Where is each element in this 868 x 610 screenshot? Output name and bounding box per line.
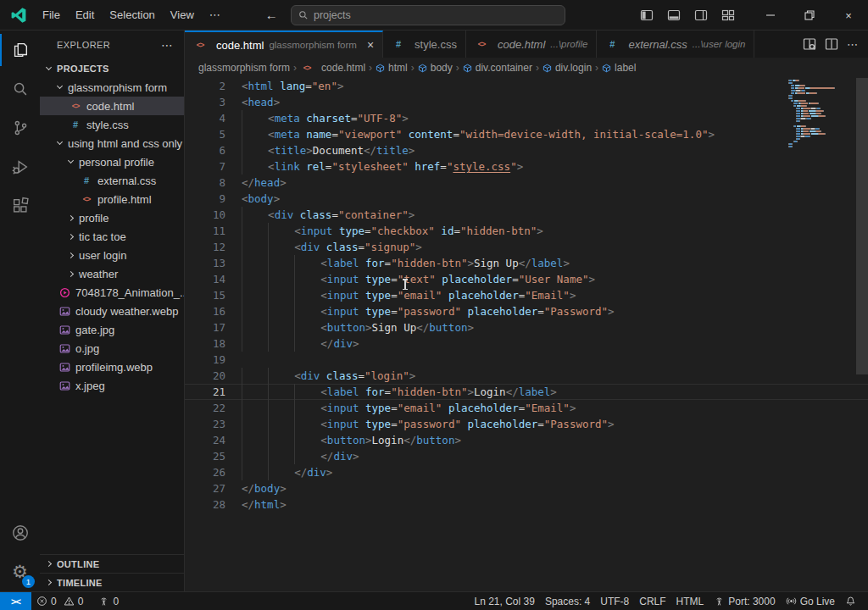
code-line-23[interactable]: 23 <input type="password" placeholder="P… <box>185 416 868 432</box>
split-editor-icon[interactable] <box>825 37 838 51</box>
source-control-icon[interactable] <box>0 108 40 147</box>
tree-item-external-css[interactable]: #external.css <box>40 171 184 190</box>
tab-code-html-2[interactable]: <>code.html...\profile <box>466 30 597 58</box>
tree-item-gate-jpg[interactable]: gate.jpg <box>40 320 184 339</box>
tree-item-using-html-and-css-only[interactable]: using html and css only <box>40 134 184 152</box>
code-line-10[interactable]: 10 <div class="container"> <box>185 207 868 223</box>
breadcrumb-item-div-container[interactable]: div.container <box>463 62 532 74</box>
code-line-9[interactable]: 9<body> <box>185 191 868 207</box>
tree-item-style-css[interactable]: #style.css <box>40 115 184 134</box>
tree-item-weather[interactable]: weather <box>40 264 184 283</box>
tree-item-cloudy-weather-webp[interactable]: cloudy weather.webp <box>40 302 184 320</box>
tree-item-user-login[interactable]: user login <box>40 246 184 264</box>
code-line-4[interactable]: 4 <meta charset="UTF-8"> <box>185 110 868 126</box>
close-tab-icon[interactable]: × <box>367 39 374 51</box>
code-line-13[interactable]: 13 <label for="hidden-btn">Sign Up</labe… <box>185 255 868 271</box>
split-editor-search-icon[interactable] <box>803 37 816 51</box>
code-line-6[interactable]: 6 <title>Document</title> <box>185 142 868 158</box>
status-go-live[interactable]: Go Live <box>781 592 840 610</box>
breadcrumb-item-code-html[interactable]: <>code.html <box>300 62 365 74</box>
code-line-8[interactable]: 8</head> <box>185 175 868 191</box>
tree-item-projects[interactable]: PROJECTS <box>40 59 184 78</box>
explorer-icon[interactable] <box>0 30 40 69</box>
timeline-panel-header[interactable]: TIMELINE <box>40 573 184 591</box>
restore-icon[interactable] <box>790 0 829 30</box>
ports-status[interactable]: 0 <box>93 592 124 610</box>
code-line-12[interactable]: 12 <div class="signup"> <box>185 239 868 255</box>
editor-scrollbar[interactable] <box>856 78 868 374</box>
search-sidebar-icon[interactable] <box>0 69 40 108</box>
status-indentation[interactable]: Spaces: 4 <box>540 592 595 610</box>
toggle-panel-icon[interactable] <box>663 4 685 26</box>
menu-more[interactable]: ⋯ <box>202 5 228 25</box>
customize-layout-icon[interactable] <box>717 4 739 26</box>
code-line-16[interactable]: 16 <input type="password" placeholder="P… <box>185 303 868 319</box>
account-icon[interactable] <box>0 513 40 552</box>
run-debug-icon[interactable] <box>0 147 40 186</box>
breadcrumb-item-body[interactable]: body <box>418 62 453 74</box>
tab-style-css-1[interactable]: #style.css <box>383 30 466 58</box>
code-line-7[interactable]: 7 <link rel="stylesheet" href="style.css… <box>185 158 868 175</box>
token: = <box>512 273 519 286</box>
more-actions-icon[interactable]: ⋯ <box>847 38 858 51</box>
code-line-20[interactable]: 20 <div class="login"> <box>185 368 868 384</box>
code-line-26[interactable]: 26 </div> <box>185 464 868 480</box>
status-language[interactable]: HTML <box>671 592 709 610</box>
tree-item-profile[interactable]: profile <box>40 208 184 227</box>
settings-gear-icon[interactable]: ⚙ 1 <box>0 552 40 591</box>
menu-view[interactable]: View <box>163 5 202 25</box>
menu-edit[interactable]: Edit <box>68 5 102 25</box>
breadcrumb-item-label[interactable]: label <box>602 62 636 74</box>
code-line-27[interactable]: 27</body> <box>185 480 868 496</box>
toggle-sidebar-icon[interactable] <box>636 4 658 26</box>
tree-item-code-html[interactable]: <>code.html <box>40 97 184 115</box>
code-line-15[interactable]: 15 <input type="email" placeholder="Emai… <box>185 287 868 303</box>
code-line-28[interactable]: 28</html> <box>185 496 868 513</box>
tab-external-css-3[interactable]: #external.css...\user login <box>597 30 754 58</box>
status-cursor-position[interactable]: Ln 21, Col 39 <box>469 592 539 610</box>
problems-status[interactable]: 0 0 <box>31 592 88 610</box>
outline-panel-header[interactable]: OUTLINE <box>40 554 184 573</box>
tree-item-profile-html[interactable]: <>profile.html <box>40 190 184 208</box>
code-line-25[interactable]: 25 </div> <box>185 448 868 464</box>
code-line-22[interactable]: 22 <input type="email" placeholder="Emai… <box>185 400 868 416</box>
search-input[interactable]: projects <box>291 5 565 25</box>
minimap[interactable] <box>788 80 856 148</box>
toggle-secondary-sidebar-icon[interactable] <box>690 4 712 26</box>
code-line-11[interactable]: 11 <input type="checkbox" id="hidden-btn… <box>185 223 868 239</box>
tree-item-glassmorphism-form[interactable]: glassmorphism form <box>40 78 184 97</box>
breadcrumb-item-div-login[interactable]: div.login <box>542 62 592 74</box>
tree-item-profileimg-webp[interactable]: profileimg.webp <box>40 358 184 376</box>
tree-item-tic-tac-toe[interactable]: tic tac toe <box>40 227 184 246</box>
code-line-5[interactable]: 5 <meta name="viewport" content="width=d… <box>185 126 868 142</box>
notifications-bell-icon[interactable] <box>840 592 861 610</box>
tree-item-personal-profile[interactable]: personal profile <box>40 152 184 171</box>
tab-code-html-0[interactable]: <>code.htmlglassmorphism form× <box>185 30 383 58</box>
file-tree: PROJECTSglassmorphism form<>code.html#st… <box>40 59 184 552</box>
code-line-21[interactable]: 21 <label for="hidden-btn">Login</label> <box>185 384 868 400</box>
status-port[interactable]: Port: 3000 <box>709 592 780 610</box>
tree-item-x-jpeg[interactable]: x.jpeg <box>40 376 184 395</box>
code-line-17[interactable]: 17 <button>Sign Up</button> <box>185 319 868 336</box>
remote-indicator[interactable]: >< <box>0 592 31 610</box>
menu-selection[interactable]: Selection <box>102 5 162 25</box>
close-window-icon[interactable]: × <box>829 0 868 30</box>
extensions-icon[interactable] <box>0 186 40 225</box>
code-line-24[interactable]: 24 <button>Login</button> <box>185 432 868 448</box>
tree-item-7048178-animation[interactable]: 7048178_Animation_... <box>40 283 184 302</box>
code-line-3[interactable]: 3<head> <box>185 94 868 110</box>
code-line-18[interactable]: 18 </div> <box>185 336 868 352</box>
minimize-icon[interactable] <box>751 0 790 30</box>
nav-back-icon[interactable]: ← <box>265 8 278 22</box>
code-editor[interactable]: 2<html lang="en">3<head>4 <meta charset=… <box>185 78 868 591</box>
breadcrumb-item-glassmorphism-form[interactable]: glassmorphism form <box>198 62 290 74</box>
code-line-19[interactable]: 19 <box>185 352 868 368</box>
code-line-14[interactable]: 14 <input type="text" placeholder="User … <box>185 271 868 287</box>
breadcrumb-item-html[interactable]: html <box>376 62 408 74</box>
status-eol[interactable]: CRLF <box>634 592 670 610</box>
explorer-more-actions-icon[interactable]: ⋯ <box>161 38 174 52</box>
menu-file[interactable]: File <box>35 5 68 25</box>
code-line-2[interactable]: 2<html lang="en"> <box>185 78 868 94</box>
status-encoding[interactable]: UTF-8 <box>595 592 634 610</box>
tree-item-o-jpg[interactable]: o.jpg <box>40 339 184 358</box>
